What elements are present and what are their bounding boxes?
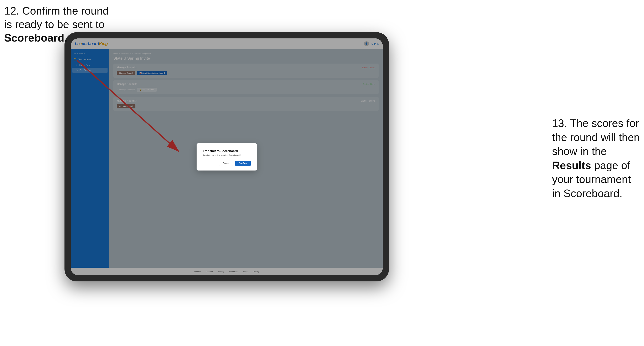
modal-dialog: Transmit to Scoreboard Ready to send thi… [196,143,257,171]
annotation-line1: 12. Confirm the round [4,5,109,17]
modal-subtitle: Ready to send this round to Scoreboard? [203,154,251,157]
annotation-right-line1: 13. The scores for [552,117,639,129]
annotation-line3: Scoreboard. [4,32,67,44]
annotation-right-bold: Results [552,159,591,171]
modal-title: Transmit to Scoreboard [203,149,251,153]
annotation-right-line2: the round will then [552,131,640,143]
modal-confirm-button[interactable]: Confirm [235,161,251,166]
tablet-device: LeaderboardKing 👤 Sign In MAIN MENU 🏆 To… [64,32,389,281]
annotation-right: 13. The scores for the round will then s… [552,116,640,201]
annotation-line2: is ready to be sent to [4,18,105,30]
tablet-screen: LeaderboardKing 👤 Sign In MAIN MENU 🏆 To… [71,38,383,275]
modal-overlay: Transmit to Scoreboard Ready to send thi… [71,38,383,275]
annotation-right-line4: page of [591,159,630,171]
annotation-right-line5: your tournament [552,173,631,185]
modal-actions: Cancel Confirm [203,161,251,166]
modal-cancel-button[interactable]: Cancel [219,161,233,166]
annotation-right-line6: in Scoreboard. [552,187,622,199]
annotation-right-line3: show in the [552,145,607,157]
